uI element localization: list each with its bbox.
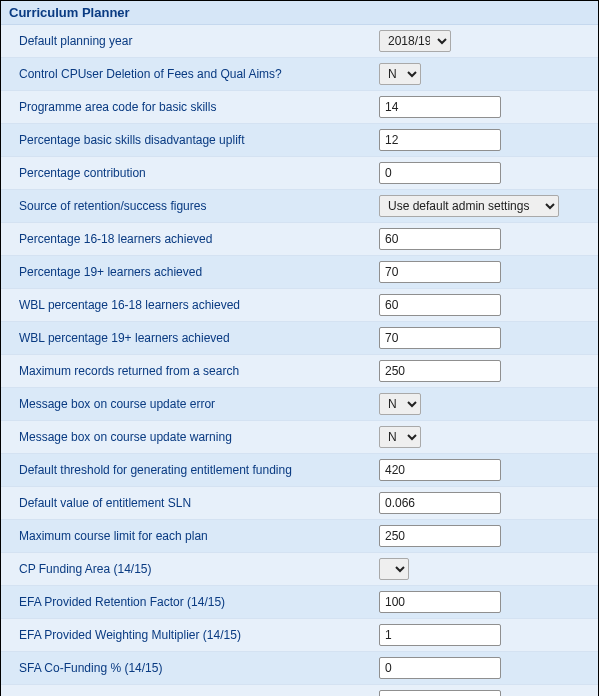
setting-control (379, 228, 501, 250)
setting-control (379, 294, 501, 316)
setting-control: N (379, 426, 421, 448)
setting-label: Percentage contribution (19, 166, 379, 180)
setting-label: CP Funding Area (14/15) (19, 562, 379, 576)
setting-row: Message box on course update warningN (1, 421, 598, 454)
setting-label: Control CPUser Deletion of Fees and Qual… (19, 67, 379, 81)
setting-select[interactable]: Use default admin settings (379, 195, 559, 217)
setting-label: Percentage basic skills disadvantage upl… (19, 133, 379, 147)
setting-row: Message box on course update errorN (1, 388, 598, 421)
setting-input[interactable] (379, 261, 501, 283)
setting-input[interactable] (379, 459, 501, 481)
setting-row: WBL percentage 16-18 learners achieved (1, 289, 598, 322)
setting-input[interactable] (379, 624, 501, 646)
setting-row: EFA Provided Retention Factor (14/15) (1, 586, 598, 619)
setting-select[interactable]: N (379, 63, 421, 85)
setting-row: Control CPUser Deletion of Fees and Qual… (1, 58, 598, 91)
setting-control (379, 162, 501, 184)
setting-select[interactable] (379, 558, 409, 580)
setting-label: Maximum records returned from a search (19, 364, 379, 378)
setting-row: SFA Co-Funding % (14/15) (1, 652, 598, 685)
setting-label: SFA Co-Funding % (14/15) (19, 661, 379, 675)
setting-input[interactable] (379, 162, 501, 184)
setting-input[interactable] (379, 690, 501, 696)
setting-row: Maximum records returned from a search (1, 355, 598, 388)
setting-select[interactable]: N (379, 426, 421, 448)
setting-row: Maximum course limit for each plan (1, 520, 598, 553)
setting-row: Percentage 16-18 learners achieved (1, 223, 598, 256)
setting-row: WBL percentage 19+ learners achieved (1, 322, 598, 355)
setting-label: Percentage 19+ learners achieved (19, 265, 379, 279)
setting-label: Maximum course limit for each plan (19, 529, 379, 543)
setting-label: WBL percentage 19+ learners achieved (19, 331, 379, 345)
setting-control (379, 591, 501, 613)
setting-input[interactable] (379, 657, 501, 679)
curriculum-planner-panel: Curriculum Planner Default planning year… (0, 0, 599, 696)
setting-row: Default planning year2018/19 (1, 25, 598, 58)
setting-label: Percentage 16-18 learners achieved (19, 232, 379, 246)
setting-input[interactable] (379, 228, 501, 250)
setting-row: Percentage 19+ learners achieved (1, 256, 598, 289)
setting-row: Programme area code for basic skills (1, 91, 598, 124)
setting-select[interactable]: 2018/19 (379, 30, 451, 52)
setting-row: Percentage basic skills disadvantage upl… (1, 124, 598, 157)
setting-row: SFA Disadvantage Uplift % (14/15) (1, 685, 598, 696)
setting-row: EFA Provided Weighting Multiplier (14/15… (1, 619, 598, 652)
setting-label: Message box on course update warning (19, 430, 379, 444)
setting-input[interactable] (379, 591, 501, 613)
setting-input[interactable] (379, 525, 501, 547)
setting-row: CP Funding Area (14/15) (1, 553, 598, 586)
setting-control (379, 459, 501, 481)
setting-input[interactable] (379, 129, 501, 151)
setting-control (379, 360, 501, 382)
setting-label: EFA Provided Retention Factor (14/15) (19, 595, 379, 609)
setting-input[interactable] (379, 360, 501, 382)
setting-row: Default value of entitlement SLN (1, 487, 598, 520)
setting-input[interactable] (379, 96, 501, 118)
setting-label: EFA Provided Weighting Multiplier (14/15… (19, 628, 379, 642)
setting-control: N (379, 63, 421, 85)
setting-control (379, 690, 501, 696)
setting-control (379, 129, 501, 151)
setting-input[interactable] (379, 492, 501, 514)
setting-control (379, 525, 501, 547)
setting-control (379, 327, 501, 349)
setting-control (379, 624, 501, 646)
setting-row: Default threshold for generating entitle… (1, 454, 598, 487)
setting-control: Use default admin settings (379, 195, 559, 217)
setting-control: N (379, 393, 421, 415)
setting-control (379, 558, 409, 580)
setting-label: WBL percentage 16-18 learners achieved (19, 298, 379, 312)
setting-label: Source of retention/success figures (19, 199, 379, 213)
panel-title: Curriculum Planner (1, 1, 598, 25)
setting-label: Default threshold for generating entitle… (19, 463, 379, 477)
setting-label: Default value of entitlement SLN (19, 496, 379, 510)
setting-label: Default planning year (19, 34, 379, 48)
setting-control (379, 657, 501, 679)
setting-row: Source of retention/success figuresUse d… (1, 190, 598, 223)
setting-input[interactable] (379, 294, 501, 316)
setting-control (379, 96, 501, 118)
settings-rows: Default planning year2018/19Control CPUs… (1, 25, 598, 696)
setting-row: Percentage contribution (1, 157, 598, 190)
setting-label: Message box on course update error (19, 397, 379, 411)
setting-select[interactable]: N (379, 393, 421, 415)
setting-input[interactable] (379, 327, 501, 349)
setting-control (379, 492, 501, 514)
setting-control (379, 261, 501, 283)
setting-control: 2018/19 (379, 30, 451, 52)
setting-label: Programme area code for basic skills (19, 100, 379, 114)
